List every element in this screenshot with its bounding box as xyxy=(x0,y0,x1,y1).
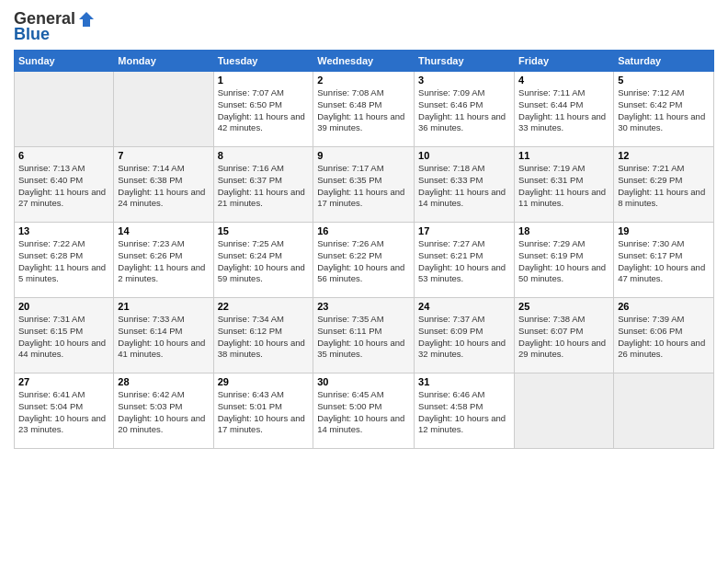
calendar-cell: 16Sunrise: 7:26 AM Sunset: 6:22 PM Dayli… xyxy=(313,223,415,298)
day-info: Sunrise: 7:25 AM Sunset: 6:24 PM Dayligh… xyxy=(218,238,310,285)
day-number: 11 xyxy=(518,150,609,161)
calendar: SundayMondayTuesdayWednesdayThursdayFrid… xyxy=(14,50,714,449)
day-info: Sunrise: 7:37 AM Sunset: 6:09 PM Dayligh… xyxy=(418,314,510,361)
calendar-cell: 14Sunrise: 7:23 AM Sunset: 6:26 PM Dayli… xyxy=(114,223,213,298)
calendar-cell: 3Sunrise: 7:09 AM Sunset: 6:46 PM Daylig… xyxy=(415,72,515,147)
day-info: Sunrise: 7:39 AM Sunset: 6:06 PM Dayligh… xyxy=(618,314,710,361)
calendar-header-row: SundayMondayTuesdayWednesdayThursdayFrid… xyxy=(15,51,714,72)
calendar-cell: 9Sunrise: 7:17 AM Sunset: 6:35 PM Daylig… xyxy=(313,147,415,223)
calendar-week-row: 27Sunrise: 6:41 AM Sunset: 5:04 PM Dayli… xyxy=(15,373,714,449)
calendar-cell: 2Sunrise: 7:08 AM Sunset: 6:48 PM Daylig… xyxy=(313,72,415,147)
day-info: Sunrise: 6:42 AM Sunset: 5:03 PM Dayligh… xyxy=(118,389,209,436)
calendar-cell: 1Sunrise: 7:07 AM Sunset: 6:50 PM Daylig… xyxy=(213,72,313,147)
day-number: 28 xyxy=(118,376,209,387)
day-info: Sunrise: 7:11 AM Sunset: 6:44 PM Dayligh… xyxy=(518,87,609,134)
day-number: 31 xyxy=(418,376,510,387)
day-info: Sunrise: 7:30 AM Sunset: 6:17 PM Dayligh… xyxy=(618,238,710,285)
day-number: 12 xyxy=(618,150,710,161)
calendar-week-row: 20Sunrise: 7:31 AM Sunset: 6:15 PM Dayli… xyxy=(15,298,714,373)
calendar-cell: 29Sunrise: 6:43 AM Sunset: 5:01 PM Dayli… xyxy=(213,373,313,449)
page: General Blue SundayMondayTuesdayWednesda… xyxy=(0,0,728,563)
day-number: 27 xyxy=(18,376,109,387)
day-number: 1 xyxy=(218,75,310,86)
weekday-header: Tuesday xyxy=(213,51,313,72)
logo-blue: Blue xyxy=(14,25,50,44)
weekday-header: Sunday xyxy=(15,51,114,72)
day-number: 20 xyxy=(18,301,109,312)
day-info: Sunrise: 6:45 AM Sunset: 5:00 PM Dayligh… xyxy=(317,389,410,436)
day-number: 3 xyxy=(418,75,510,86)
day-number: 2 xyxy=(317,75,410,86)
day-number: 29 xyxy=(218,376,310,387)
calendar-cell: 4Sunrise: 7:11 AM Sunset: 6:44 PM Daylig… xyxy=(515,72,614,147)
calendar-cell: 15Sunrise: 7:25 AM Sunset: 6:24 PM Dayli… xyxy=(213,223,313,298)
day-number: 15 xyxy=(218,225,310,236)
calendar-cell: 21Sunrise: 7:33 AM Sunset: 6:14 PM Dayli… xyxy=(114,298,213,373)
weekday-header: Saturday xyxy=(614,51,714,72)
day-info: Sunrise: 6:43 AM Sunset: 5:01 PM Dayligh… xyxy=(218,389,310,436)
day-number: 17 xyxy=(418,225,510,236)
day-info: Sunrise: 7:26 AM Sunset: 6:22 PM Dayligh… xyxy=(317,238,410,285)
calendar-cell: 10Sunrise: 7:18 AM Sunset: 6:33 PM Dayli… xyxy=(415,147,515,223)
calendar-cell: 27Sunrise: 6:41 AM Sunset: 5:04 PM Dayli… xyxy=(15,373,114,449)
day-info: Sunrise: 7:38 AM Sunset: 6:07 PM Dayligh… xyxy=(518,314,609,361)
day-number: 4 xyxy=(518,75,609,86)
calendar-cell xyxy=(614,373,714,449)
day-number: 22 xyxy=(218,301,310,312)
logo-icon xyxy=(77,10,96,29)
day-info: Sunrise: 7:13 AM Sunset: 6:40 PM Dayligh… xyxy=(18,163,109,210)
day-number: 5 xyxy=(618,75,710,86)
calendar-cell xyxy=(114,72,213,147)
calendar-cell: 26Sunrise: 7:39 AM Sunset: 6:06 PM Dayli… xyxy=(614,298,714,373)
weekday-header: Monday xyxy=(114,51,213,72)
calendar-cell xyxy=(15,72,114,147)
day-info: Sunrise: 7:21 AM Sunset: 6:29 PM Dayligh… xyxy=(618,163,710,210)
calendar-week-row: 13Sunrise: 7:22 AM Sunset: 6:28 PM Dayli… xyxy=(15,223,714,298)
day-info: Sunrise: 7:33 AM Sunset: 6:14 PM Dayligh… xyxy=(118,314,209,361)
day-info: Sunrise: 7:23 AM Sunset: 6:26 PM Dayligh… xyxy=(118,238,209,285)
calendar-cell: 6Sunrise: 7:13 AM Sunset: 6:40 PM Daylig… xyxy=(15,147,114,223)
calendar-cell: 17Sunrise: 7:27 AM Sunset: 6:21 PM Dayli… xyxy=(415,223,515,298)
day-info: Sunrise: 7:08 AM Sunset: 6:48 PM Dayligh… xyxy=(317,87,410,134)
calendar-cell xyxy=(515,373,614,449)
day-info: Sunrise: 7:09 AM Sunset: 6:46 PM Dayligh… xyxy=(418,87,510,134)
calendar-cell: 7Sunrise: 7:14 AM Sunset: 6:38 PM Daylig… xyxy=(114,147,213,223)
day-info: Sunrise: 7:27 AM Sunset: 6:21 PM Dayligh… xyxy=(418,238,510,285)
day-info: Sunrise: 7:35 AM Sunset: 6:11 PM Dayligh… xyxy=(317,314,410,361)
day-number: 16 xyxy=(317,225,410,236)
day-number: 7 xyxy=(118,150,209,161)
logo: General Blue xyxy=(14,9,96,44)
calendar-cell: 23Sunrise: 7:35 AM Sunset: 6:11 PM Dayli… xyxy=(313,298,415,373)
calendar-cell: 8Sunrise: 7:16 AM Sunset: 6:37 PM Daylig… xyxy=(213,147,313,223)
calendar-cell: 18Sunrise: 7:29 AM Sunset: 6:19 PM Dayli… xyxy=(515,223,614,298)
day-info: Sunrise: 7:22 AM Sunset: 6:28 PM Dayligh… xyxy=(18,238,109,285)
day-info: Sunrise: 7:34 AM Sunset: 6:12 PM Dayligh… xyxy=(218,314,310,361)
day-number: 24 xyxy=(418,301,510,312)
weekday-header: Thursday xyxy=(415,51,515,72)
calendar-cell: 5Sunrise: 7:12 AM Sunset: 6:42 PM Daylig… xyxy=(614,72,714,147)
calendar-cell: 30Sunrise: 6:45 AM Sunset: 5:00 PM Dayli… xyxy=(313,373,415,449)
day-number: 6 xyxy=(18,150,109,161)
day-info: Sunrise: 7:07 AM Sunset: 6:50 PM Dayligh… xyxy=(218,87,310,134)
calendar-week-row: 1Sunrise: 7:07 AM Sunset: 6:50 PM Daylig… xyxy=(15,72,714,147)
calendar-cell: 19Sunrise: 7:30 AM Sunset: 6:17 PM Dayli… xyxy=(614,223,714,298)
day-info: Sunrise: 7:16 AM Sunset: 6:37 PM Dayligh… xyxy=(218,163,310,210)
calendar-cell: 12Sunrise: 7:21 AM Sunset: 6:29 PM Dayli… xyxy=(614,147,714,223)
day-number: 30 xyxy=(317,376,410,387)
day-number: 23 xyxy=(317,301,410,312)
calendar-cell: 24Sunrise: 7:37 AM Sunset: 6:09 PM Dayli… xyxy=(415,298,515,373)
calendar-cell: 31Sunrise: 6:46 AM Sunset: 4:58 PM Dayli… xyxy=(415,373,515,449)
day-number: 8 xyxy=(218,150,310,161)
day-number: 13 xyxy=(18,225,109,236)
day-number: 25 xyxy=(518,301,609,312)
weekday-header: Wednesday xyxy=(313,51,415,72)
day-info: Sunrise: 7:31 AM Sunset: 6:15 PM Dayligh… xyxy=(18,314,109,361)
header: General Blue xyxy=(14,9,714,44)
calendar-cell: 25Sunrise: 7:38 AM Sunset: 6:07 PM Dayli… xyxy=(515,298,614,373)
svg-marker-0 xyxy=(79,12,94,27)
day-info: Sunrise: 6:46 AM Sunset: 4:58 PM Dayligh… xyxy=(418,389,510,436)
day-number: 10 xyxy=(418,150,510,161)
day-number: 26 xyxy=(618,301,710,312)
day-info: Sunrise: 7:12 AM Sunset: 6:42 PM Dayligh… xyxy=(618,87,710,134)
day-number: 14 xyxy=(118,225,209,236)
